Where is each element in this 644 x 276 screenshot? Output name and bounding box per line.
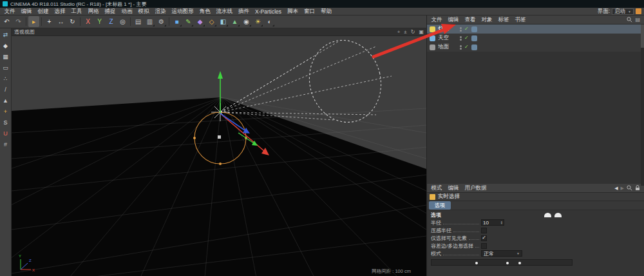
add-light-icon[interactable]: ☀ [252, 16, 263, 27]
menu-item[interactable]: 脚本 [285, 8, 301, 15]
menu-item[interactable]: 渲染 [152, 8, 169, 15]
menu-item[interactable]: 文件 [1, 8, 18, 15]
pan-view-icon[interactable]: + [397, 29, 401, 35]
object-row[interactable]: 天空 ✓ [427, 34, 644, 43]
rotate-view-icon[interactable]: ↻ [411, 29, 415, 35]
menu-item[interactable]: 书签 [512, 16, 529, 24]
polygons-mode-icon[interactable]: ▲ [1, 96, 10, 104]
object-row[interactable]: 地面 ✓ [427, 43, 644, 52]
render-picture-viewer-icon[interactable]: ▥ [144, 16, 155, 27]
object-center-handle[interactable] [218, 135, 221, 139]
panel-layout-icon[interactable]: ▤ [635, 17, 640, 23]
menu-item[interactable]: 选择 [52, 8, 68, 15]
toggle-view-icon[interactable]: ▣ [419, 29, 424, 35]
menu-item[interactable]: 运动图形 [169, 8, 196, 15]
render-settings-icon[interactable]: ⚙ [156, 16, 167, 27]
menu-item[interactable]: 帮助 [318, 8, 335, 15]
history-back-icon[interactable]: ◀ [614, 186, 618, 191]
model-mode-icon[interactable]: ◆ [1, 41, 10, 50]
menu-item[interactable]: 网格 [85, 8, 102, 15]
search-icon[interactable] [627, 17, 632, 23]
object-row[interactable]: 灯光 ✓ [427, 25, 644, 34]
menu-item[interactable]: 动画 [118, 8, 135, 15]
convert-editable-icon[interactable]: ⇄ [1, 30, 10, 39]
menu-item[interactable]: 编辑 [445, 16, 462, 24]
menu-item[interactable]: X-Particles [252, 8, 285, 15]
enable-check-icon[interactable]: ✓ [464, 26, 469, 32]
menu-item[interactable]: 查看 [462, 16, 478, 24]
menu-item[interactable]: 角色 [196, 8, 213, 15]
visibility-dots-icon[interactable] [460, 36, 462, 41]
menu-item[interactable]: 标签 [495, 16, 512, 24]
menu-item[interactable]: 编辑 [18, 8, 35, 15]
texture-mode-icon[interactable]: ▦ [1, 52, 10, 61]
menu-item[interactable]: 窗口 [301, 8, 318, 15]
viewport-scene[interactable]: Y X Z 网格间距 : 100 cm [12, 36, 426, 276]
layout-icon[interactable] [636, 8, 641, 14]
menu-item[interactable]: 模拟 [135, 8, 152, 15]
tag-icon[interactable] [471, 26, 477, 32]
om-scrollbar[interactable] [641, 25, 644, 186]
spinner-icon[interactable]: ▴▾ [501, 221, 502, 224]
menu-item[interactable]: 编辑 [445, 184, 462, 192]
menu-item[interactable]: 模式 [428, 184, 445, 192]
dropdown[interactable]: 正常 ▼ [481, 250, 522, 257]
render-view-icon[interactable]: ▤ [133, 16, 144, 27]
rotate-tool-icon[interactable]: ↻ [67, 16, 78, 27]
menu-item[interactable]: 对象 [478, 16, 495, 24]
tag-icon[interactable] [471, 35, 477, 41]
checkbox[interactable]: ✓ [481, 228, 487, 233]
add-cube-icon[interactable]: ■ [171, 16, 182, 27]
tag-icon[interactable] [471, 44, 477, 50]
snap-icon[interactable]: U [1, 129, 10, 137]
curve-point[interactable] [518, 262, 521, 264]
falloff-dome-icon[interactable] [544, 213, 551, 217]
menu-item[interactable]: 流水线 [213, 8, 236, 15]
y-axis-lock-icon[interactable]: Y [94, 16, 105, 27]
z-axis-lock-icon[interactable]: Z [106, 16, 117, 27]
add-boole-icon[interactable]: ◧ [218, 16, 229, 27]
menu-item[interactable]: 工具 [68, 8, 85, 15]
lock-icon[interactable] [635, 185, 640, 191]
add-subdivision-icon[interactable]: ◆ [194, 16, 205, 27]
attribute-tab[interactable]: 选项 [429, 201, 451, 210]
visibility-dots-icon[interactable] [460, 45, 462, 50]
enable-check-icon[interactable]: ✓ [464, 44, 469, 50]
menu-item[interactable]: 捕捉 [102, 8, 118, 15]
x-axis-lock-icon[interactable]: X [82, 16, 93, 27]
visibility-dots-icon[interactable] [460, 27, 462, 32]
zoom-view-icon[interactable]: ± [404, 29, 406, 35]
display-filter-icon[interactable]: ◐ [264, 16, 275, 27]
interface-select[interactable]: 启动 ▼ [612, 8, 634, 15]
checkbox[interactable]: ✓ [481, 235, 487, 241]
curve-point[interactable] [506, 262, 509, 264]
move-tool-icon[interactable]: + [44, 16, 55, 27]
menu-item[interactable]: 文件 [428, 16, 445, 24]
edges-mode-icon[interactable]: / [1, 85, 10, 94]
checkbox[interactable]: ✓ [481, 243, 487, 249]
scale-tool-icon[interactable]: ↔ [55, 16, 66, 27]
falloff-dome-icon[interactable] [554, 213, 562, 217]
solo-mode-icon[interactable]: S [1, 118, 10, 126]
undo-icon[interactable]: ↶ [1, 16, 12, 27]
workplane-mode-icon[interactable]: ▭ [1, 63, 10, 72]
menu-item[interactable]: 插件 [236, 8, 252, 15]
curve-strip[interactable] [431, 259, 573, 266]
axis-mode-icon[interactable]: + [1, 107, 10, 115]
enable-check-icon[interactable]: ✓ [464, 35, 469, 41]
object-manager-empty-area[interactable] [427, 52, 644, 184]
live-selection-icon[interactable]: ▸ [28, 16, 39, 27]
add-floor-icon[interactable]: ▲ [229, 16, 240, 27]
history-forward-icon[interactable]: ▶ [621, 186, 624, 191]
curve-point[interactable] [475, 262, 478, 264]
coordinate-system-icon[interactable]: ◎ [117, 16, 128, 27]
number-input[interactable]: 10 ▴▾ [481, 219, 504, 226]
perspective-viewport[interactable]: 透视视图 +±↻▣ [12, 28, 426, 276]
add-spline-icon[interactable]: ✎ [183, 16, 194, 27]
om-scrollbar-thumb[interactable] [641, 25, 644, 48]
add-array-icon[interactable]: ◇ [206, 16, 217, 27]
search-icon[interactable] [627, 185, 632, 191]
menu-item[interactable]: 用户数据 [462, 184, 489, 192]
workplane-snap-icon[interactable]: # [1, 140, 10, 148]
redo-icon[interactable]: ↷ [13, 16, 24, 27]
